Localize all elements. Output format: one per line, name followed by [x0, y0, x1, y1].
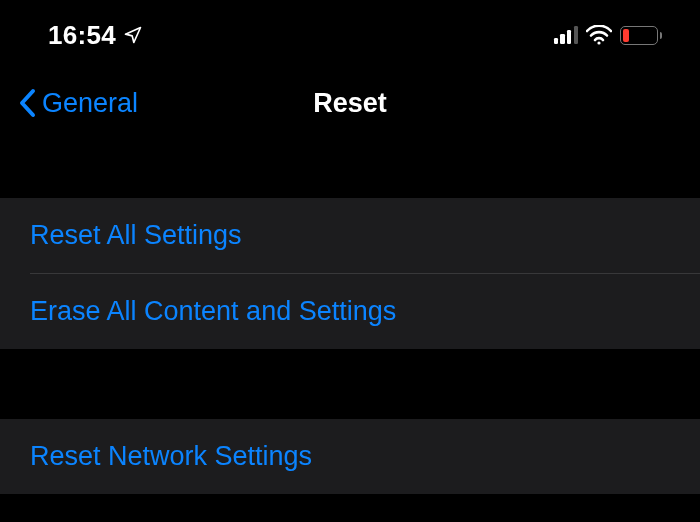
- page-title: Reset: [313, 88, 387, 119]
- back-label: General: [42, 88, 138, 119]
- section-spacer: [0, 136, 700, 198]
- list-item-label: Erase All Content and Settings: [30, 296, 396, 326]
- status-right: [554, 25, 662, 45]
- status-time: 16:54: [48, 20, 116, 51]
- reset-all-settings-item[interactable]: Reset All Settings: [0, 198, 700, 273]
- erase-all-content-item[interactable]: Erase All Content and Settings: [0, 274, 700, 349]
- back-button[interactable]: General: [18, 88, 138, 119]
- status-bar: 16:54: [0, 0, 700, 70]
- battery-icon: [620, 26, 662, 45]
- location-arrow-icon: [123, 25, 143, 45]
- list-group: Reset All Settings Erase All Content and…: [0, 198, 700, 349]
- cellular-signal-icon: [554, 26, 578, 44]
- list-item-label: Reset Network Settings: [30, 441, 312, 471]
- list-group: Reset Network Settings: [0, 419, 700, 494]
- svg-point-0: [597, 41, 600, 44]
- reset-network-settings-item[interactable]: Reset Network Settings: [0, 419, 700, 494]
- list-item-label: Reset All Settings: [30, 220, 242, 250]
- chevron-left-icon: [18, 88, 38, 118]
- status-left: 16:54: [48, 20, 143, 51]
- nav-bar: General Reset: [0, 70, 700, 136]
- section-spacer: [0, 349, 700, 419]
- wifi-icon: [586, 25, 612, 45]
